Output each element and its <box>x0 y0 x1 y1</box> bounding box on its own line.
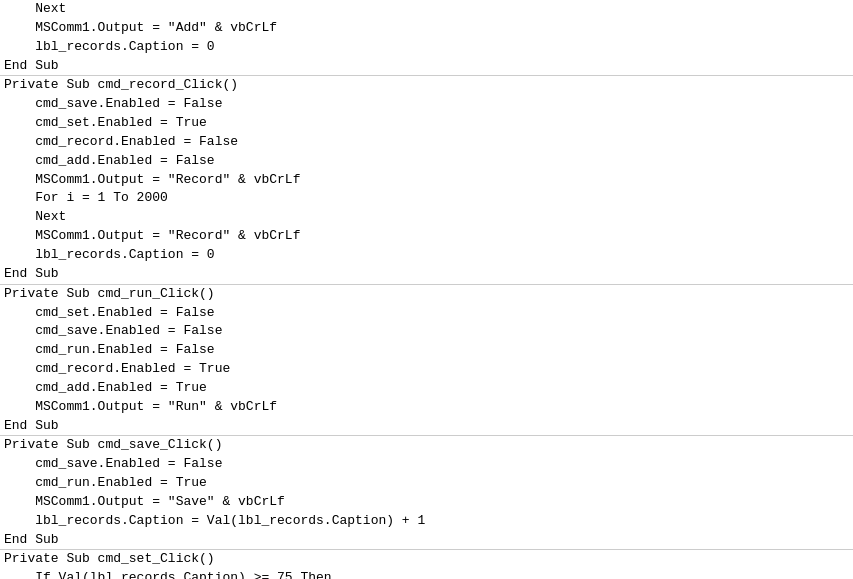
code-line: Next <box>0 0 853 19</box>
code-line: cmd_set.Enabled = False <box>0 304 853 323</box>
code-line: MSComm1.Output = "Add" & vbCrLf <box>0 19 853 38</box>
code-line: Private Sub cmd_save_Click() <box>0 436 853 455</box>
code-line: Private Sub cmd_set_Click() <box>0 550 853 569</box>
code-line: lbl_records.Caption = 0 <box>0 38 853 57</box>
code-line: cmd_save.Enabled = False <box>0 322 853 341</box>
code-line: cmd_record.Enabled = False <box>0 133 853 152</box>
code-line: cmd_add.Enabled = True <box>0 379 853 398</box>
code-line: cmd_add.Enabled = False <box>0 152 853 171</box>
code-line: MSComm1.Output = "Record" & vbCrLf <box>0 227 853 246</box>
code-line: End Sub <box>0 57 853 76</box>
code-line: Next <box>0 208 853 227</box>
code-line: cmd_run.Enabled = False <box>0 341 853 360</box>
code-line: If Val(lbl_records.Caption) >= 75 Then <box>0 569 853 579</box>
code-line: For i = 1 To 2000 <box>0 189 853 208</box>
code-line: lbl_records.Caption = 0 <box>0 246 853 265</box>
code-line: End Sub <box>0 417 853 436</box>
code-line: Private Sub cmd_record_Click() <box>0 76 853 95</box>
code-line: cmd_set.Enabled = True <box>0 114 853 133</box>
code-line: cmd_save.Enabled = False <box>0 455 853 474</box>
code-line: Private Sub cmd_run_Click() <box>0 285 853 304</box>
code-line: cmd_save.Enabled = False <box>0 95 853 114</box>
code-line: lbl_records.Caption = Val(lbl_records.Ca… <box>0 512 853 531</box>
code-line: MSComm1.Output = "Save" & vbCrLf <box>0 493 853 512</box>
code-line: MSComm1.Output = "Run" & vbCrLf <box>0 398 853 417</box>
code-line: End Sub <box>0 531 853 550</box>
code-line: cmd_run.Enabled = True <box>0 474 853 493</box>
code-editor: Next MSComm1.Output = "Add" & vbCrLf lbl… <box>0 0 853 579</box>
code-line: End Sub <box>0 265 853 284</box>
code-line: MSComm1.Output = "Record" & vbCrLf <box>0 171 853 190</box>
code-line: cmd_record.Enabled = True <box>0 360 853 379</box>
